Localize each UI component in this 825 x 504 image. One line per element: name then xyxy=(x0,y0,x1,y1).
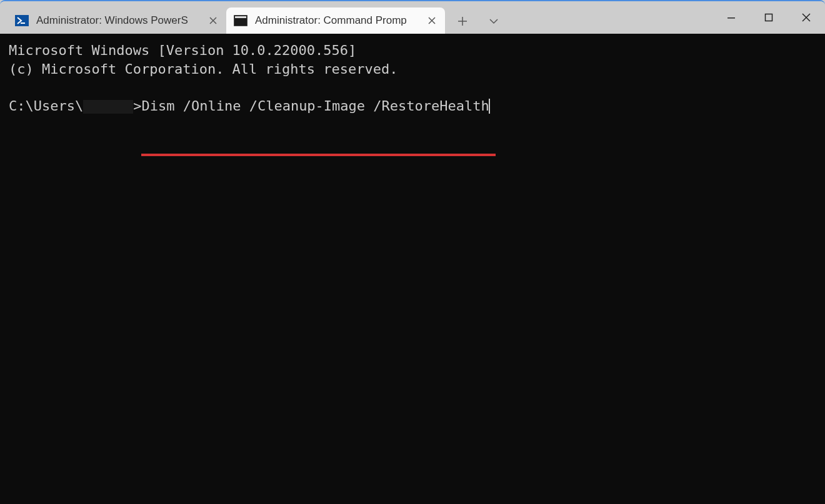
svg-rect-1 xyxy=(21,22,25,24)
tab-strip: Administrator: Windows PowerS Administra… xyxy=(0,1,508,34)
tab-dropdown-button[interactable] xyxy=(480,9,508,34)
tab-close-button[interactable] xyxy=(426,15,438,26)
text-cursor xyxy=(489,99,490,114)
close-window-button[interactable] xyxy=(788,5,825,30)
redacted-username xyxy=(83,100,133,114)
terminal-banner: Microsoft Windows [Version 10.0.22000.55… xyxy=(9,41,816,60)
blank-line xyxy=(9,78,816,97)
new-tab-button[interactable] xyxy=(449,9,476,34)
terminal-banner: (c) Microsoft Corporation. All rights re… xyxy=(9,60,816,79)
typed-command: Dism /Online /Cleanup-Image /RestoreHeal… xyxy=(141,98,489,114)
tab-label: Administrator: Command Promp xyxy=(255,14,422,27)
tab-label: Administrator: Windows PowerS xyxy=(36,14,204,27)
prompt-line: C:\Users\>Dism /Online /Cleanup-Image /R… xyxy=(9,97,490,152)
minimize-button[interactable] xyxy=(712,5,750,30)
svg-rect-3 xyxy=(235,16,246,18)
window-controls xyxy=(712,1,825,34)
titlebar: Administrator: Windows PowerS Administra… xyxy=(0,1,825,34)
svg-rect-4 xyxy=(728,17,735,19)
terminal-window: Administrator: Windows PowerS Administra… xyxy=(0,0,825,504)
prompt-path-prefix: C:\Users\ xyxy=(9,98,83,114)
prompt-suffix: > xyxy=(133,98,141,114)
red-underline-annotation xyxy=(141,154,495,156)
tab-powershell[interactable]: Administrator: Windows PowerS xyxy=(8,7,226,34)
terminal-pane[interactable]: Microsoft Windows [Version 10.0.22000.55… xyxy=(0,34,825,504)
tab-cmd[interactable]: Administrator: Command Promp xyxy=(226,7,445,34)
maximize-button[interactable] xyxy=(750,5,788,30)
powershell-icon xyxy=(15,15,29,26)
tab-close-button[interactable] xyxy=(208,15,219,26)
svg-rect-5 xyxy=(766,14,772,21)
cmd-icon xyxy=(234,15,248,26)
